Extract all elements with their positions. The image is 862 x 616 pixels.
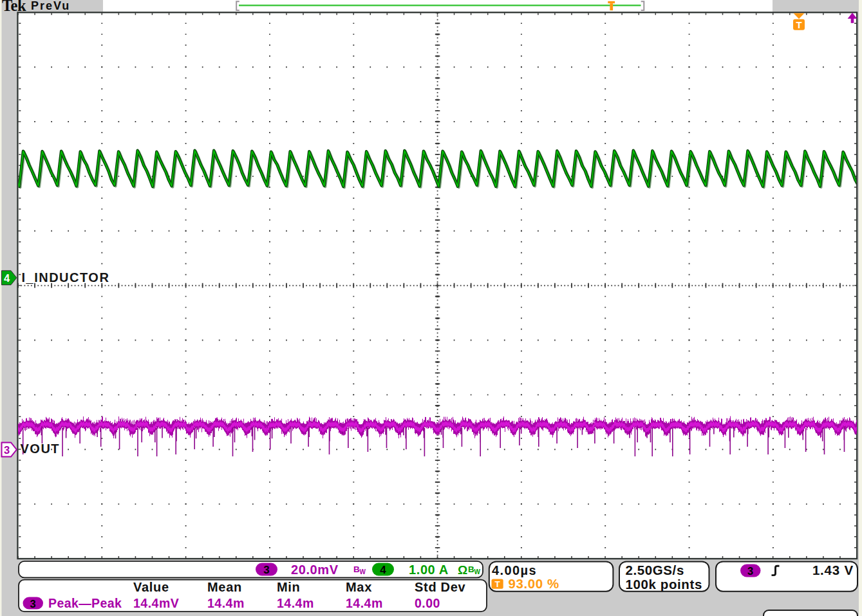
svg-text:14.4m: 14.4m	[346, 596, 383, 610]
svg-text:Min: Min	[277, 580, 301, 594]
svg-text:0.00: 0.00	[415, 596, 440, 610]
svg-text:4: 4	[4, 272, 10, 284]
svg-text:W: W	[474, 568, 481, 575]
svg-text:Std Dev: Std Dev	[415, 580, 466, 594]
svg-text:100k points: 100k points	[626, 577, 702, 592]
svg-text:Peak—Peak: Peak—Peak	[48, 596, 122, 610]
svg-text:3: 3	[4, 444, 10, 456]
svg-text:Tek: Tek	[2, 0, 26, 14]
svg-text:3: 3	[747, 565, 753, 577]
svg-text:T: T	[494, 579, 500, 589]
svg-text:14.4m: 14.4m	[207, 596, 245, 610]
svg-text:B: B	[353, 565, 360, 574]
svg-text:3: 3	[263, 564, 269, 576]
svg-text:14.4mV: 14.4mV	[133, 596, 179, 610]
svg-text:W: W	[360, 568, 366, 575]
svg-text:4: 4	[380, 564, 386, 576]
svg-text:1.43 V: 1.43 V	[812, 563, 854, 577]
svg-text:Ω: Ω	[458, 563, 467, 577]
svg-text:93.00 %: 93.00 %	[509, 576, 559, 591]
svg-text:I_INDUCTOR: I_INDUCTOR	[22, 270, 110, 285]
svg-text:20.0mV: 20.0mV	[291, 563, 339, 577]
svg-text:T: T	[796, 19, 801, 30]
svg-text:PreVu: PreVu	[31, 0, 70, 12]
svg-text:Value: Value	[133, 580, 169, 594]
svg-text:Max: Max	[346, 580, 372, 594]
svg-text:3: 3	[30, 598, 36, 610]
svg-text:2.50GS/s: 2.50GS/s	[626, 563, 684, 577]
svg-text:Mean: Mean	[207, 580, 242, 594]
svg-text:1.00 A: 1.00 A	[409, 563, 449, 577]
svg-text:VOUT: VOUT	[21, 442, 61, 456]
svg-text:14.4m: 14.4m	[277, 596, 314, 610]
svg-text:B: B	[468, 565, 474, 574]
svg-text:4.00µs: 4.00µs	[492, 563, 537, 577]
